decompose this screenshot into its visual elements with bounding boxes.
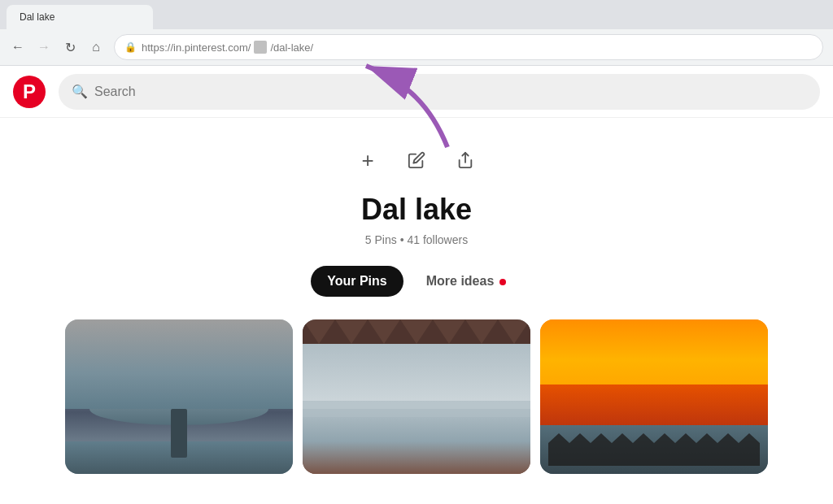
add-icon: + — [361, 148, 373, 173]
lock-icon: 🔒 — [124, 41, 137, 53]
pencil-icon — [408, 151, 425, 169]
followers-count: 41 followers — [407, 233, 468, 246]
pinterest-header: P 🔍 — [0, 66, 833, 118]
tab-more-ideas-label: More ideas — [426, 274, 495, 288]
pin-card[interactable] — [65, 319, 293, 474]
svg-marker-2 — [303, 319, 530, 344]
pins-count: 5 Pins — [365, 233, 397, 246]
logo-text: P — [23, 80, 36, 103]
browser-toolbar: ← → ↻ ⌂ 🔒 https://in.pinterest.com//dal-… — [0, 29, 833, 65]
board-meta: 5 Pins • 41 followers — [365, 233, 468, 246]
pin-card[interactable] — [303, 319, 530, 474]
pin-card[interactable] — [540, 319, 768, 474]
edit-button[interactable] — [400, 144, 433, 176]
share-button[interactable] — [449, 144, 482, 176]
page-content: P 🔍 + — [0, 66, 833, 474]
search-bar[interactable]: 🔍 — [59, 74, 820, 110]
browser-tab[interactable]: Dal lake — [7, 5, 153, 29]
pin-image-3 — [540, 319, 768, 474]
tab-title: Dal lake — [20, 11, 55, 23]
search-input[interactable] — [94, 85, 807, 99]
forward-button[interactable]: → — [33, 36, 55, 59]
browser-tab-bar: Dal lake — [0, 0, 833, 29]
pin-grid — [52, 319, 781, 474]
url-domain: https://in.pinterest.com/ — [142, 41, 251, 54]
address-bar[interactable]: 🔒 https://in.pinterest.com//dal-lake/ — [114, 34, 823, 60]
share-icon — [456, 151, 474, 169]
tab-your-pins-label: Your Pins — [327, 274, 387, 288]
board-content: + Dal lake 5 Pins • 41 followers — [0, 118, 833, 474]
reload-button[interactable]: ↻ — [59, 36, 81, 59]
home-button[interactable]: ⌂ — [85, 36, 107, 59]
browser-chrome: Dal lake ← → ↻ ⌂ 🔒 https://in.pinterest.… — [0, 0, 833, 66]
tab-more-ideas[interactable]: More ideas — [410, 266, 522, 297]
action-buttons: + — [351, 144, 482, 176]
board-tabs: Your Pins More ideas — [311, 266, 522, 297]
pin-image-1 — [65, 319, 293, 474]
search-icon: 🔍 — [72, 84, 88, 99]
add-button[interactable]: + — [351, 144, 384, 176]
back-button[interactable]: ← — [7, 36, 29, 59]
tab-notification-dot — [499, 279, 506, 285]
tab-your-pins[interactable]: Your Pins — [311, 266, 403, 297]
pinterest-logo[interactable]: P — [13, 76, 46, 108]
url-display: https://in.pinterest.com//dal-lake/ — [142, 41, 313, 54]
url-avatar-placeholder — [254, 41, 267, 54]
url-path: /dal-lake/ — [270, 41, 313, 54]
pin-image-2 — [303, 319, 530, 474]
decoration-svg — [303, 319, 530, 344]
board-title: Dal lake — [361, 193, 472, 227]
